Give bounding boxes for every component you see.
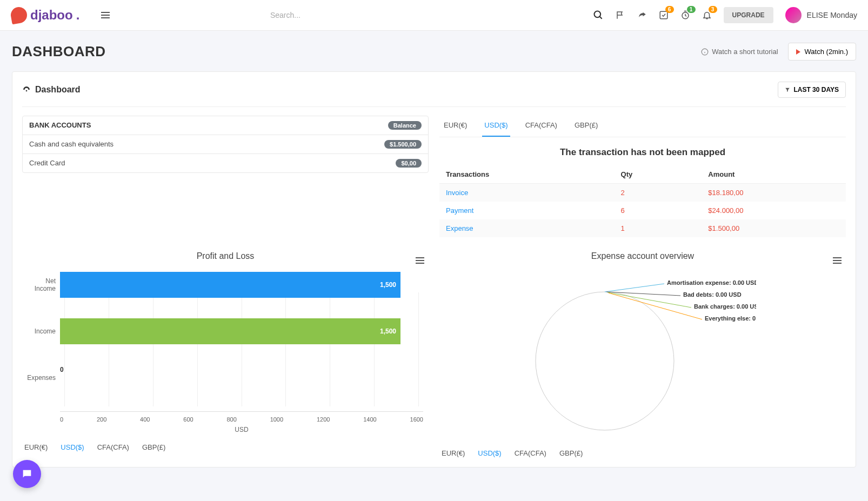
currency-tabs: EUR(€) USD($) CFA(CFA) GBP(£): [439, 116, 846, 137]
svg-point-0: [594, 11, 600, 18]
pie-label: Everything else: 0.00 USD: [705, 315, 756, 322]
bell-badge: 3: [709, 6, 717, 13]
tutorial-link[interactable]: Watch a short tutorial: [701, 48, 778, 56]
expense-overview-chart: Expense account overview Amortisation ex…: [439, 251, 846, 457]
play-icon: [796, 49, 800, 55]
page-title: DASHBOARD: [12, 43, 106, 60]
bank-accounts-table: BANK ACCOUNTS Balance Cash and cash equi…: [22, 116, 429, 173]
tab-usd[interactable]: USD($): [482, 116, 510, 137]
bar-net-income[interactable]: 1,500: [60, 272, 400, 298]
logo-icon: [10, 6, 29, 25]
svg-line-9: [605, 284, 664, 292]
transaction-link[interactable]: Invoice: [446, 189, 468, 197]
timer-badge: 1: [687, 6, 696, 13]
chart-menu-icon[interactable]: [416, 251, 424, 264]
brand-text: djaboo: [30, 8, 73, 23]
transaction-row: Payment 6 $24.000,00: [439, 202, 846, 219]
hamburger-icon: [101, 12, 110, 18]
search-icon[interactable]: [593, 10, 604, 21]
bank-row[interactable]: Credit Card $0,00: [23, 154, 428, 172]
tasks-badge: 6: [665, 6, 674, 13]
bank-row[interactable]: Cash and cash equivalents $1.500,00: [23, 135, 428, 154]
transactions-table: Transactions Qty Amount Invoice 2 $18.18…: [439, 165, 846, 237]
tab-eur[interactable]: EUR(€): [442, 116, 469, 137]
bar-income[interactable]: 1,500: [60, 318, 400, 344]
tasks-icon[interactable]: 6: [659, 10, 669, 20]
tab-gbp[interactable]: GBP(£): [572, 116, 600, 137]
filter-icon: [785, 87, 790, 92]
transaction-link[interactable]: Expense: [446, 224, 473, 232]
topbar: djaboo. 6 1 3 UPGRADE ELISE Mo: [0, 0, 868, 31]
pie-label: Bad debts: 0.00 USD: [683, 291, 742, 298]
svg-rect-2: [660, 11, 667, 19]
svg-point-7: [26, 90, 28, 92]
transactions-title: The transaction has not been mapped: [439, 137, 846, 165]
date-filter-button[interactable]: LAST 30 DAYS: [778, 82, 846, 98]
section-title: Dashboard: [22, 85, 81, 95]
search-input[interactable]: [270, 11, 432, 19]
user-menu[interactable]: ELISE Monday: [785, 7, 857, 23]
bank-header-label: BANK ACCOUNTS: [29, 121, 91, 130]
tab-cfa[interactable]: CFA(CFA): [523, 116, 559, 137]
user-name: ELISE Monday: [807, 11, 857, 19]
watch-button[interactable]: Watch (2min.): [788, 43, 856, 61]
logo[interactable]: djaboo.: [11, 7, 79, 23]
bell-icon[interactable]: 3: [702, 10, 712, 20]
pie-label: Amortisation expense: 0.00 USD: [667, 279, 756, 286]
svg-point-8: [536, 292, 674, 430]
transaction-row: Expense 1 $1.500,00: [439, 219, 846, 237]
transaction-row: Invoice 2 $18.180,00: [439, 184, 846, 202]
chart-currency-tabs: EUR(€) USD($) CFA(CFA) GBP(£): [439, 439, 846, 457]
pie-label: Bank charges: 0.00 USD: [694, 303, 756, 310]
menu-toggle[interactable]: [101, 12, 110, 18]
chat-icon: [21, 468, 33, 479]
avatar: [785, 7, 802, 23]
info-icon: [701, 48, 709, 56]
timer-icon[interactable]: 1: [680, 10, 690, 20]
pie-svg: Amortisation expense: 0.00 USD Bad debts…: [529, 272, 756, 434]
transaction-link[interactable]: Payment: [446, 206, 473, 215]
upgrade-button[interactable]: UPGRADE: [724, 7, 773, 23]
flag-icon[interactable]: [616, 10, 625, 20]
chart-currency-tabs: EUR(€) USD($) CFA(CFA) GBP(£): [22, 433, 429, 451]
share-icon[interactable]: [637, 10, 647, 20]
profit-loss-chart: Profit and Loss Net Income 1,500 Income …: [22, 251, 429, 457]
balance-header-pill: Balance: [388, 121, 422, 130]
chart-menu-icon[interactable]: [833, 251, 842, 264]
svg-line-1: [599, 17, 602, 19]
gauge-icon: [22, 85, 31, 94]
